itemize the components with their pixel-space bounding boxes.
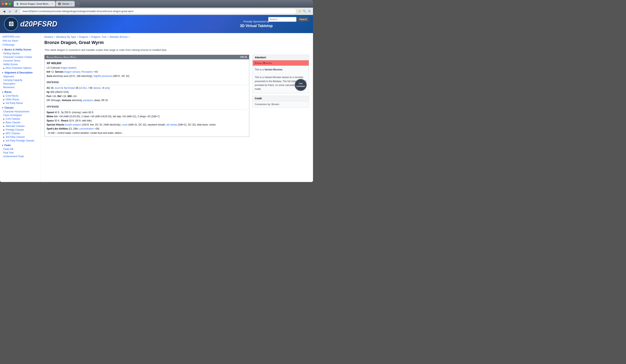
concentration-link[interactable]: concentration — [79, 127, 94, 130]
browser-window: 🐉 Bronze Dragon, Great Wyrm... ✕ 👹 Demon… — [0, 0, 313, 182]
breadcrumb-by-type[interactable]: (Bestiary) By Type — [56, 36, 76, 38]
paralysis-link[interactable]: paralysis — [83, 99, 93, 102]
special-attacks-line: Special Attacks breath weapon (140-ft. l… — [47, 123, 247, 127]
cr-value: CR 21 — [240, 56, 247, 59]
tab-demon-label: Demon — [62, 3, 69, 5]
tab-demon[interactable]: 👹 Demon ✕ — [56, 1, 75, 7]
sidebar-item-feat-tree[interactable]: Feat Tree — [1, 151, 40, 155]
space-reach-line: Space 30 ft.; Reach 20 ft. (30 ft. with … — [47, 119, 247, 123]
back-button[interactable]: ◀ — [1, 9, 6, 14]
sidebar-races-label: Races — [4, 91, 11, 93]
title-bar: 🐉 Bronze Dragon, Great Wyrm... ✕ 👹 Demon… — [0, 0, 313, 8]
close-button[interactable] — [1, 3, 4, 5]
sidebar-section-basics-header[interactable]: ▼ Basics & Ability Scores — [0, 48, 40, 52]
saves-line: Fort +24, Ref +16, Will +24 — [47, 94, 247, 98]
defense-header: DEFENSE — [47, 80, 247, 85]
variant-header: Variant Monster — [253, 60, 309, 66]
sidebar-item-common-terms[interactable]: Common Terms — [1, 59, 40, 63]
sidebar-item-ability-scores[interactable]: Ability Scores — [1, 63, 40, 66]
sidebar-alignment-items: Alignment Carrying Capacity Description … — [0, 75, 40, 89]
maximize-button[interactable] — [8, 3, 11, 5]
nav-bar: ◀ ▶ ↺ www.d20pfsrd.com/bestiary/monster-… — [0, 8, 313, 15]
alignment-size: LG Colossal — [47, 66, 60, 69]
feats-expand-icon: ▼ — [1, 144, 4, 147]
sidebar-section-feats-header[interactable]: ▼ Feats — [0, 143, 40, 147]
3rd-classes-arrow-icon: ▶ — [3, 136, 5, 138]
sidebar-classes-label: Classes — [4, 106, 13, 109]
sidebar-item-class-archetypes[interactable]: Class Archetypes — [1, 113, 40, 117]
sidebar-item-base-classes[interactable]: ▶Base Classes — [1, 121, 40, 124]
sidebar-section-classes-header[interactable]: ▼ Classes — [0, 106, 40, 110]
sidebar-item-other-races[interactable]: ▶Other Races — [1, 98, 40, 101]
breadcrumb-metallic-bronze[interactable]: (Metallic) Bronze — [110, 36, 128, 38]
sidebar-item-alternate-classes[interactable]: ▶Alternate Classes — [1, 124, 40, 128]
breadcrumb-dragons-true[interactable]: Dragons, True — [91, 36, 107, 38]
sidebar-item-core-races[interactable]: ▶Core Races — [1, 94, 40, 98]
races-expand-icon: ▼ — [1, 91, 4, 93]
sidebar-item-carrying[interactable]: Carrying Capacity — [1, 78, 40, 82]
crush-link[interactable]: crush — [122, 123, 127, 126]
breath-weapon-link[interactable]: breath weapon — [65, 123, 81, 126]
sidebar-item-3rd-classes[interactable]: ▶3rd Party Classes — [1, 135, 40, 139]
sidebar-basics-label: Basics & Ability Scores — [4, 48, 32, 51]
tab-demon-close-icon[interactable]: ✕ — [71, 3, 72, 5]
dex-link[interactable]: Dex — [82, 86, 87, 89]
new-tab-button[interactable]: + — [75, 3, 79, 7]
flat-footed-link[interactable]: flat-footed — [64, 86, 75, 89]
speed-line: Speed 40 ft., fly 250 ft. (clumsy); swim… — [47, 110, 247, 114]
extensions-icon[interactable]: 🔧 — [303, 9, 307, 13]
type-link[interactable]: dragon — [61, 66, 69, 69]
sidebar-item-more-options[interactable]: ▶ More Character Options — [1, 66, 40, 70]
core-races-arrow-icon: ▶ — [3, 95, 5, 97]
size-link[interactable]: size — [105, 86, 109, 89]
search-button[interactable]: Search — [297, 17, 309, 22]
minimize-button[interactable] — [5, 3, 7, 5]
bookmark-icon[interactable]: ⭐ — [298, 9, 302, 13]
at-will-line: At will— control water, control weather,… — [47, 131, 247, 135]
basics-expand-icon: ▼ — [1, 49, 4, 51]
perception-link[interactable]: Perception — [81, 70, 93, 73]
sidebar-item-movement[interactable]: Movement — [1, 85, 40, 89]
sidebar-item-3rd-races[interactable]: ▶3rd Party Races — [1, 101, 40, 105]
sidebar-item-feats-db[interactable]: Feats DB — [1, 147, 40, 151]
sidebar-top-links: d20PFSRD.com Visit our Store! CONcierge — [0, 35, 40, 47]
sidebar-section-races-header[interactable]: ▼ Races — [0, 90, 40, 94]
breadcrumb-dragons[interactable]: Dragons — [79, 36, 88, 38]
sidebar-item-getting-started[interactable]: Getting Started — [1, 52, 40, 55]
base-classes-arrow-icon: ▶ — [3, 121, 5, 124]
forward-button[interactable]: ▶ — [8, 9, 12, 14]
sidebar-item-prestige-classes[interactable]: ▶Prestige Classes — [1, 128, 40, 131]
tab-close-icon[interactable]: ✕ — [51, 3, 53, 5]
tail-sweep-link[interactable]: tail sweep — [166, 123, 177, 126]
sidebar-item-achievement-feats[interactable]: Achievement Feats — [1, 155, 40, 158]
credit-header: Credit — [253, 96, 309, 101]
npc-classes-arrow-icon: ▶ — [3, 132, 5, 135]
subtype-link[interactable]: water — [69, 66, 75, 69]
sidebar-item-description[interactable]: Description — [1, 82, 40, 85]
sidebar-item-char-creation[interactable]: Character Creation Outline — [1, 55, 40, 59]
sidebar-link-d20pfsrd[interactable]: d20PFSRD.com — [0, 35, 40, 39]
natural-link[interactable]: natural — [93, 86, 100, 89]
alignment-type-line: LG Colossal dragon (water) — [47, 66, 247, 70]
url-bar[interactable]: www.d20pfsrd.com/bestiary/monster-listin… — [20, 9, 296, 14]
sidebar-item-alignment[interactable]: Alignment — [1, 75, 40, 78]
sidebar-item-char-advancement[interactable]: Character Advancement — [1, 110, 40, 113]
sponsor-intro: Proudly Sponsored by — [240, 20, 273, 23]
frightful-presence-link[interactable]: frightful presence — [94, 75, 112, 78]
page-title: Bronze Dragon, Great Wyrm — [44, 40, 309, 45]
tab-active[interactable]: 🐉 Bronze Dragon, Great Wyrm... ✕ — [14, 1, 55, 7]
sidebar-item-npc-classes[interactable]: ▶NPC Classes — [1, 131, 40, 135]
sidebar-item-core-classes[interactable]: ▶Core Classes — [1, 117, 40, 121]
breadcrumb-bestiary[interactable]: Bestiary — [44, 36, 53, 38]
stat-block-name: Bronze Dragon, Great Wyrm — [47, 56, 76, 59]
dragon-senses-link[interactable]: dragon senses — [64, 70, 80, 73]
sidebar-section-alignment-header[interactable]: ▼ Alignment & Description — [0, 71, 40, 75]
main-content-flex: Bronze Dragon, Great Wyrm CR 21 XP 409,6… — [44, 55, 309, 138]
sidebar-link-concierge[interactable]: CONcierge — [0, 43, 40, 47]
touch-link[interactable]: touch — [55, 86, 61, 89]
refresh-button[interactable]: ↺ — [14, 9, 19, 14]
sidebar-item-3rd-prestige[interactable]: ▶3rd Party Prestige Classes — [1, 139, 40, 142]
menu-icon[interactable]: ☰ — [307, 9, 312, 13]
sidebar-link-store[interactable]: Visit our Store! — [0, 39, 40, 43]
search-area: Search — [268, 17, 309, 22]
